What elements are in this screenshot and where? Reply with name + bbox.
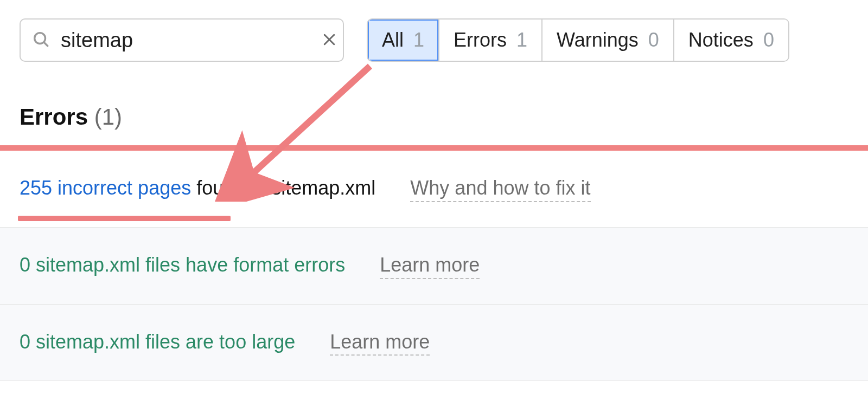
filter-count: 1 — [516, 29, 527, 51]
filter-count: 1 — [413, 29, 424, 51]
clear-search-button[interactable] — [318, 28, 341, 53]
filter-label: Notices — [688, 29, 754, 51]
filter-group: All 1 Errors 1 Warnings 0 Notices 0 — [367, 18, 789, 62]
close-icon — [321, 41, 337, 49]
issue-help-link[interactable]: Why and how to fix it — [410, 176, 590, 202]
issues-list: 255 incorrect pages found in sitemap.xml… — [0, 151, 868, 381]
issue-text: 0 sitemap.xml files are too large — [20, 331, 295, 353]
issue-text: 0 sitemap.xml files have format errors — [20, 254, 345, 276]
issue-link[interactable]: 255 incorrect pages — [20, 177, 191, 199]
filter-all[interactable]: All 1 — [368, 20, 439, 61]
issue-row[interactable]: 0 sitemap.xml files have format errors L… — [0, 228, 868, 305]
issue-help-link[interactable]: Learn more — [380, 253, 480, 279]
filter-warnings[interactable]: Warnings 0 — [542, 20, 674, 61]
filter-errors[interactable]: Errors 1 — [439, 20, 542, 61]
search-input[interactable] — [61, 29, 318, 52]
section-title: Errors (1) — [0, 62, 868, 145]
filter-notices[interactable]: Notices 0 — [674, 20, 788, 61]
issue-rest: 0 sitemap.xml files are too large — [20, 331, 295, 353]
svg-line-1 — [44, 42, 47, 46]
filter-label: Warnings — [557, 29, 639, 51]
filter-label: Errors — [454, 29, 507, 51]
section-name: Errors — [20, 104, 88, 130]
filter-count: 0 — [763, 29, 774, 51]
search-icon — [31, 30, 50, 50]
section-count: (1) — [94, 104, 122, 130]
issue-row[interactable]: 0 sitemap.xml files are too large Learn … — [0, 305, 868, 382]
issue-help-link[interactable]: Learn more — [330, 330, 430, 356]
issue-row[interactable]: 255 incorrect pages found in sitemap.xml… — [0, 151, 868, 228]
issue-rest: found in sitemap.xml — [191, 177, 375, 199]
filter-label: All — [382, 29, 404, 51]
issue-text: 255 incorrect pages found in sitemap.xml — [20, 177, 375, 199]
search-box — [20, 18, 344, 62]
severity-bar-error — [0, 145, 868, 151]
issue-rest: 0 sitemap.xml files have format errors — [20, 254, 345, 276]
filter-count: 0 — [648, 29, 659, 51]
